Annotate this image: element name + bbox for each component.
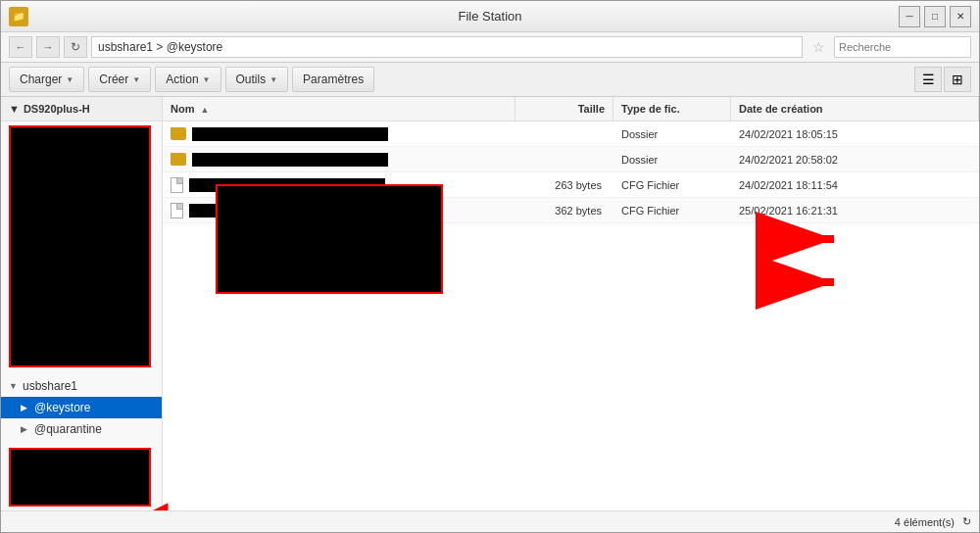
sidebar-item-keystore-label: @keystore — [34, 401, 91, 414]
tree-expand-arrow: ▶ — [21, 424, 30, 434]
action-label: Action — [166, 73, 198, 86]
table-row[interactable]: ccc████████████████ 362 bytes CFG Fichie… — [163, 198, 979, 223]
redacted-name: 506████████████████ — [189, 178, 385, 192]
redacted-name: ccc████████████████ — [189, 204, 385, 218]
file-name-cell: 506████████████████ — [163, 127, 515, 141]
creer-label: Créer — [99, 73, 128, 86]
sidebar-item-usbshare1-label: usbshare1 — [23, 379, 77, 393]
charger-label: Charger — [20, 73, 62, 86]
minimize-button[interactable]: ─ — [899, 6, 920, 27]
window-controls: ─ □ ✕ — [899, 6, 971, 27]
file-name-cell: ccc████████████████ — [163, 203, 515, 218]
address-bar: ← → ↻ ☆ 🔍 — [1, 32, 979, 63]
folder-icon — [171, 153, 186, 166]
sidebar-redacted-top — [9, 125, 151, 367]
sidebar-item-usbshare1[interactable]: ▼ usbshare1 — [1, 375, 162, 397]
file-type-cell: CFG Fichier — [613, 179, 731, 191]
list-view-button[interactable]: ☰ — [914, 67, 942, 92]
action-button[interactable]: Action ▼ — [155, 67, 220, 92]
file-size-cell: 362 bytes — [515, 205, 613, 217]
address-input[interactable] — [91, 36, 803, 58]
file-date-cell: 24/02/2021 20:58:02 — [731, 154, 979, 166]
file-type-cell: Dossier — [613, 154, 731, 166]
outils-button[interactable]: Outils ▼ — [225, 67, 289, 92]
toolbar: Charger ▼ Créer ▼ Action ▼ Outils ▼ Para… — [1, 63, 979, 97]
sidebar-root-label: ▼ DS920plus-H — [1, 97, 162, 121]
file-size-cell: 263 bytes — [515, 179, 613, 191]
col-header-date[interactable]: Date de création — [731, 97, 979, 121]
col-header-size[interactable]: Taille — [515, 97, 613, 121]
redacted-name: ccc████████████████ — [192, 153, 388, 167]
file-icon — [171, 203, 183, 218]
sort-icon: ▲ — [201, 105, 210, 115]
file-name-cell: 506████████████████ — [163, 177, 515, 193]
file-list-area: Nom ▲ Taille Type de fic. Date de créati… — [163, 97, 979, 510]
redacted-name: 506████████████████ — [192, 127, 388, 141]
file-type-cell: CFG Fichier — [613, 205, 731, 217]
view-buttons: ☰ ⊞ — [914, 67, 971, 92]
refresh-button[interactable]: ↻ — [64, 36, 87, 58]
table-row[interactable]: 506████████████████ Dossier 24/02/2021 1… — [163, 121, 979, 147]
bookmark-icon[interactable]: ☆ — [807, 36, 830, 58]
col-header-name[interactable]: Nom ▲ — [163, 97, 515, 121]
content-area: ▼ DS920plus-H ▼ usbshare1 ▶ @keystore — [1, 97, 979, 510]
tree-expand-arrow: ▶ — [21, 403, 30, 412]
file-list-header: Nom ▲ Taille Type de fic. Date de créati… — [163, 97, 979, 121]
table-row[interactable]: ccc████████████████ Dossier 24/02/2021 2… — [163, 147, 979, 172]
search-input[interactable] — [835, 41, 978, 53]
main-window: 📁 File Station ─ □ ✕ ← → ↻ ☆ 🔍 Charger ▼… — [0, 0, 980, 533]
sidebar-redacted-bottom — [9, 448, 151, 507]
item-count: 4 élément(s) — [895, 516, 955, 528]
status-bar: 4 élément(s) ↻ — [1, 510, 979, 532]
charger-button[interactable]: Charger ▼ — [9, 67, 84, 92]
table-row[interactable]: 506████████████████ 263 bytes CFG Fichie… — [163, 172, 979, 198]
outils-label: Outils — [236, 73, 267, 86]
sidebar-root-text: DS920plus-H — [24, 103, 90, 115]
search-box: 🔍 — [834, 36, 971, 58]
action-dropdown-arrow: ▼ — [203, 75, 211, 84]
creer-dropdown-arrow: ▼ — [132, 75, 140, 84]
outils-dropdown-arrow: ▼ — [270, 75, 277, 84]
sidebar-item-keystore[interactable]: ▶ @keystore — [1, 397, 162, 418]
grid-view-button[interactable]: ⊞ — [944, 67, 971, 92]
file-icon — [171, 177, 183, 193]
app-icon: 📁 — [9, 7, 28, 26]
window-title: File Station — [458, 9, 521, 24]
sidebar-tree: ▼ usbshare1 ▶ @keystore ▶ @quarantine — [1, 371, 162, 444]
file-type-cell: Dossier — [613, 128, 731, 140]
charger-dropdown-arrow: ▼ — [66, 75, 74, 84]
tree-expand-arrow: ▼ — [9, 381, 19, 391]
forward-button[interactable]: → — [36, 36, 60, 58]
back-button[interactable]: ← — [9, 36, 32, 58]
file-date-cell: 24/02/2021 18:05:15 — [731, 128, 979, 140]
file-name-cell: ccc████████████████ — [163, 153, 515, 167]
sidebar-item-quarantine[interactable]: ▶ @quarantine — [1, 418, 162, 440]
file-date-cell: 24/02/2021 18:11:54 — [731, 179, 979, 191]
col-header-type[interactable]: Type de fic. — [613, 97, 731, 121]
folder-icon — [171, 127, 186, 140]
parametres-label: Paramètres — [303, 73, 364, 86]
creer-button[interactable]: Créer ▼ — [88, 67, 151, 92]
sidebar-item-quarantine-label: @quarantine — [34, 422, 102, 436]
parametres-button[interactable]: Paramètres — [292, 67, 374, 92]
title-bar: 📁 File Station ─ □ ✕ — [1, 1, 979, 32]
main-content: ▼ DS920plus-H ▼ usbshare1 ▶ @keystore — [1, 97, 979, 510]
sidebar: ▼ DS920plus-H ▼ usbshare1 ▶ @keystore — [1, 97, 163, 510]
file-list: 506████████████████ Dossier 24/02/2021 1… — [163, 121, 979, 510]
refresh-icon[interactable]: ↻ — [962, 515, 971, 528]
maximize-button[interactable]: □ — [924, 6, 946, 27]
close-button[interactable]: ✕ — [950, 6, 971, 27]
file-date-cell: 25/02/2021 16:21:31 — [731, 205, 979, 217]
